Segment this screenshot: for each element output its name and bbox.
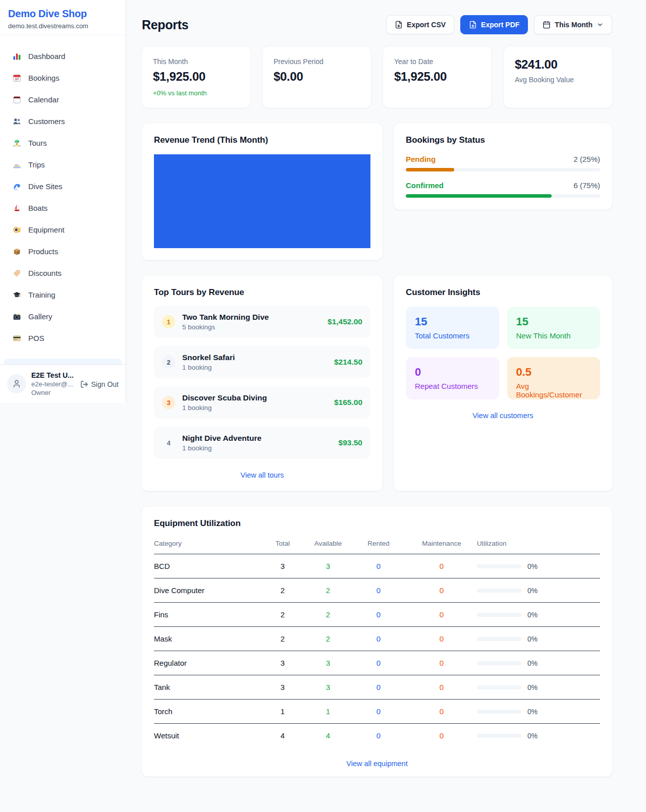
sidebar-active-item-partial[interactable] <box>4 359 122 364</box>
status-row-confirmed: Confirmed 6 (75%) <box>406 181 600 198</box>
stat-value: $1,925.00 <box>153 70 239 84</box>
sidebar-item-bookings[interactable]: 17 Bookings <box>4 67 122 89</box>
export-csv-button[interactable]: Export CSV <box>386 15 454 34</box>
utilization-percent: 0% <box>527 659 537 667</box>
sidebar-item-label: Discounts <box>28 269 62 277</box>
cell-category: Wetsuit <box>154 724 260 748</box>
sidebar-item-training[interactable]: Training <box>4 284 122 306</box>
utilization-percent: 0% <box>527 587 537 595</box>
cell-total: 3 <box>260 675 305 700</box>
cell-rented: 0 <box>351 603 406 627</box>
sidebar-item-customers[interactable]: Customers <box>4 110 122 132</box>
equipment-utilization-card: Equipment Utilization Category Total Ava… <box>142 506 612 777</box>
insight-tile-new-this-month: 15 New This Month <box>507 307 601 349</box>
sidebar-user-footer: E2E Test U... e2e-tester@... Owner Sign … <box>0 364 126 403</box>
sidebar-item-tours[interactable]: Tours <box>4 132 122 154</box>
stat-card-previous-period: Previous Period $0.00 <box>262 46 371 108</box>
view-all-customers-link[interactable]: View all customers <box>406 412 600 420</box>
cell-total: 3 <box>260 554 305 578</box>
stat-label: This Month <box>153 57 239 66</box>
table-header-row: Category Total Available Rented Maintena… <box>154 535 600 554</box>
user-role: Owner <box>31 389 75 396</box>
status-progress-fill <box>406 168 454 171</box>
shop-name: Demo Dive Shop <box>8 8 118 20</box>
period-dropdown[interactable]: This Month <box>534 15 612 34</box>
user-name: E2E Test U... <box>31 371 75 379</box>
cell-available: 2 <box>305 603 351 627</box>
cell-maintenance: 0 <box>406 724 477 748</box>
sidebar-item-label: Customers <box>28 117 65 126</box>
table-row: Torch 1 1 0 0 0% <box>154 700 600 724</box>
sidebar-item-equipment[interactable]: Equipment <box>4 219 122 241</box>
calendar-pad-icon <box>12 95 21 104</box>
insight-tiles: 15 Total Customers 15 New This Month 0 R… <box>406 307 600 399</box>
bookings-by-status-card: Bookings by Status Pending 2 (25%) Confi… <box>394 123 612 210</box>
sidebar-item-dashboard[interactable]: Dashboard <box>4 45 122 67</box>
tile-value: 15 <box>415 315 490 328</box>
insight-tile-avg-bookings: 0.5 Avg Bookings/Customer <box>507 357 601 399</box>
user-icon <box>12 379 21 388</box>
tour-amount: $93.50 <box>339 438 362 447</box>
sidebar-item-trips[interactable]: Trips <box>4 154 122 176</box>
stat-label: Year to Date <box>394 57 480 66</box>
tile-value: 15 <box>516 315 591 328</box>
table-row: Dive Computer 2 2 0 0 0% <box>154 578 600 603</box>
tour-bookings: 1 booking <box>182 364 327 371</box>
stat-cards: This Month $1,925.00 +0% vs last month P… <box>142 46 612 108</box>
status-label: Pending <box>406 155 436 163</box>
user-email: e2e-tester@... <box>31 380 75 388</box>
chevron-down-icon <box>597 21 604 28</box>
insight-tile-repeat-customers: 0 Repeat Customers <box>406 357 499 399</box>
sidebar-header: Demo Dive Shop demo.test.divestreams.com <box>0 0 126 35</box>
export-csv-label: Export CSV <box>407 21 446 29</box>
utilization-percent: 0% <box>527 708 537 716</box>
sidebar-item-boats[interactable]: Boats <box>4 197 122 219</box>
sailboat-icon <box>12 204 21 212</box>
tour-bookings: 1 booking <box>182 404 327 412</box>
column-header-utilization: Utilization <box>477 535 600 554</box>
cell-rented: 0 <box>351 724 406 748</box>
stat-label: Previous Period <box>274 57 360 66</box>
tile-value: 0 <box>415 366 490 379</box>
wave-icon <box>12 182 21 191</box>
cell-category: BCD <box>154 554 260 578</box>
column-header-total: Total <box>260 535 305 554</box>
sidebar-item-dive-sites[interactable]: Dive Sites <box>4 176 122 197</box>
tour-name: Discover Scuba Diving <box>182 393 327 402</box>
table-row: Regulator 3 3 0 0 0% <box>154 651 600 675</box>
cell-rented: 0 <box>351 554 406 578</box>
shop-domain: demo.test.divestreams.com <box>8 22 118 30</box>
sidebar-item-calendar[interactable]: Calendar <box>4 89 122 110</box>
cell-maintenance: 0 <box>406 675 477 700</box>
tile-value: 0.5 <box>516 366 591 379</box>
cell-available: 2 <box>305 578 351 603</box>
sidebar-item-products[interactable]: Products <box>4 241 122 262</box>
view-all-tours-link[interactable]: View all tours <box>154 471 370 479</box>
sign-out-label: Sign Out <box>91 380 119 388</box>
stat-delta: +0% vs last month <box>153 89 239 97</box>
sidebar-item-discounts[interactable]: Discounts <box>4 262 122 284</box>
export-pdf-button[interactable]: Export PDF <box>460 15 528 34</box>
sidebar-item-pos[interactable]: POS <box>4 327 122 349</box>
period-label: This Month <box>555 21 593 29</box>
table-row: Tank 3 3 0 0 0% <box>154 675 600 700</box>
file-download-icon <box>395 21 403 29</box>
tour-name: Night Dive Adventure <box>182 434 332 443</box>
tour-amount: $165.00 <box>334 398 362 407</box>
utilization-percent: 0% <box>527 562 537 570</box>
top-tours-title: Top Tours by Revenue <box>154 287 370 298</box>
utilization-bar <box>477 613 521 617</box>
stat-value: $0.00 <box>274 70 360 84</box>
utilization-percent: 0% <box>527 732 537 740</box>
sign-out-button[interactable]: Sign Out <box>80 380 119 388</box>
equipment-utilization-title: Equipment Utilization <box>154 518 600 529</box>
cell-available: 3 <box>305 675 351 700</box>
tour-list-item: 3 Discover Scuba Diving 1 booking $165.0… <box>154 386 370 419</box>
sidebar-item-gallery[interactable]: Gallery <box>4 306 122 327</box>
cell-available: 3 <box>305 554 351 578</box>
tile-label: Repeat Customers <box>415 382 490 390</box>
sidebar-item-label: Bookings <box>28 74 60 82</box>
bookings-by-status-title: Bookings by Status <box>406 135 600 145</box>
cell-category: Mask <box>154 627 260 651</box>
view-all-equipment-link[interactable]: View all equipment <box>154 760 600 768</box>
